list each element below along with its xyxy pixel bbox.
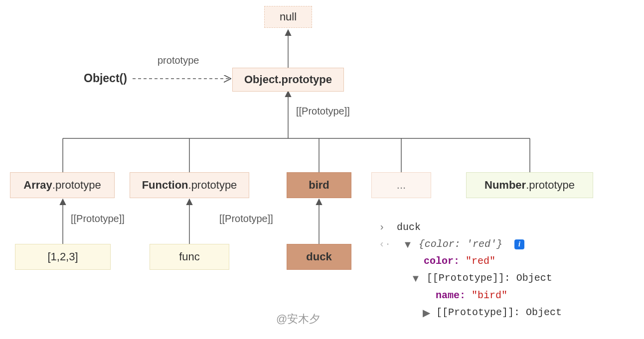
node-object-fn: Object()	[84, 72, 127, 85]
node-func-instance: func	[150, 244, 229, 270]
out-prompt-icon: ‹·	[379, 238, 391, 250]
triangle-down-icon[interactable]: ▼	[411, 270, 421, 287]
node-array-instance: [1,2,3]	[15, 244, 111, 270]
node-object-prototype: Object.prototype	[232, 68, 344, 92]
node-function-prototype: Function.prototype	[130, 172, 249, 198]
function-bold: Function.prototype	[142, 179, 237, 192]
null-text: null	[280, 10, 297, 23]
watermark: @安木夕	[276, 312, 320, 327]
triangle-right-icon[interactable]: ▶	[423, 304, 430, 321]
object-prototype-text: Object.prototype	[244, 73, 332, 86]
label-prototype: prototype	[158, 55, 199, 66]
node-null: null	[264, 6, 312, 28]
label-prototype-slot-2: [[Prototype]]	[71, 213, 125, 225]
obj-summary: {color: 'red'}	[419, 238, 508, 250]
node-duck: duck	[287, 244, 351, 270]
duck-text: duck	[306, 250, 331, 263]
node-number-prototype: Number.prototype	[466, 172, 593, 198]
console-proto-2: ▶ [[Prototype]]: Object	[379, 304, 638, 321]
node-ellipsis: ...	[371, 172, 431, 198]
info-icon[interactable]: i	[514, 239, 524, 249]
console-prop-color: color: "red"	[379, 253, 638, 270]
ellipsis-text: ...	[397, 179, 406, 192]
prompt-icon: ›	[379, 222, 385, 233]
triangle-down-icon[interactable]: ▼	[403, 236, 413, 253]
arr123-text: [1,2,3]	[47, 250, 78, 263]
node-array-prototype: Array.prototype	[10, 172, 115, 198]
console-input-line: › duck	[379, 219, 638, 236]
array-bold: Array.prototype	[23, 179, 101, 192]
number-bold: Number.prototype	[484, 179, 575, 192]
bird-text: bird	[309, 179, 329, 192]
label-prototype-slot-1: [[Prototype]]	[296, 106, 350, 117]
label-prototype-slot-3: [[Prototype]]	[219, 213, 273, 225]
console-prop-name: name: "bird"	[379, 287, 638, 304]
console-proto-1: ▼ [[Prototype]]: Object	[379, 270, 638, 287]
console-panel: › duck ‹· ▼ {color: 'red'} i color: "red…	[379, 219, 638, 321]
console-input: duck	[397, 222, 421, 233]
node-bird: bird	[287, 172, 351, 198]
func-text: func	[179, 250, 200, 263]
console-output-line: ‹· ▼ {color: 'red'} i	[379, 236, 638, 253]
